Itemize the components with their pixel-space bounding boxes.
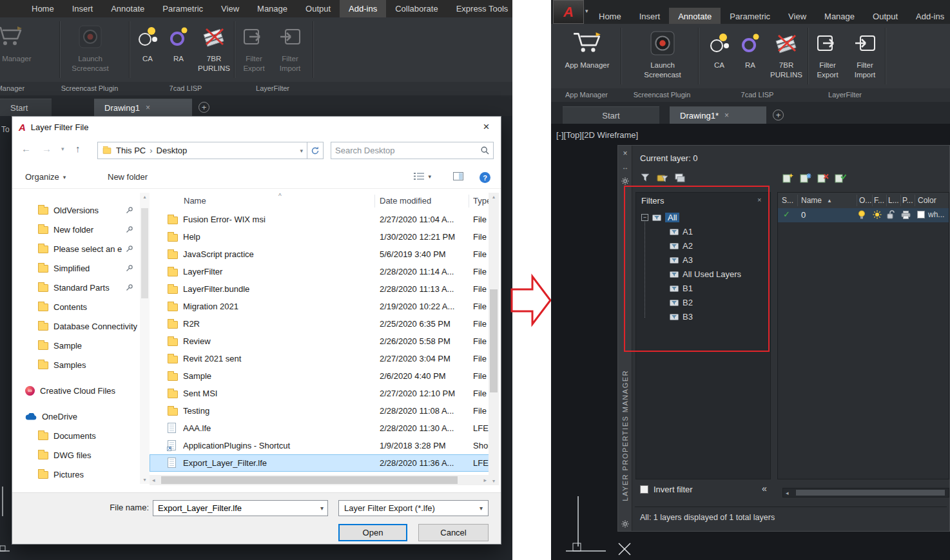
history-dropdown-icon[interactable]: ▾ bbox=[61, 146, 64, 152]
tree-item-all[interactable]: − All bbox=[641, 211, 679, 224]
ribbon-tab-parametric[interactable]: Parametric bbox=[721, 8, 779, 24]
launch-screencast-button[interactable]: Launch Screencast bbox=[66, 21, 114, 73]
file-row[interactable]: AAA.lfe2/28/2020 11:30 A...LFE File bbox=[150, 420, 489, 437]
column-on[interactable]: O... bbox=[859, 196, 871, 205]
file-row[interactable]: Sample2/6/2020 4:40 PMFile folder bbox=[150, 367, 489, 385]
palette-close-button[interactable]: × bbox=[618, 148, 632, 159]
printer-plot-icon[interactable] bbox=[901, 211, 911, 219]
palette-settings-gear-icon[interactable] bbox=[618, 518, 632, 530]
color-swatch[interactable] bbox=[917, 211, 925, 218]
ca-button[interactable]: CA bbox=[133, 21, 162, 64]
up-button[interactable]: ↑ bbox=[75, 143, 81, 154]
scroll-left-icon[interactable]: ◂ bbox=[152, 477, 155, 483]
ribbon-tab-express-tools[interactable]: Express Tools bbox=[447, 0, 512, 17]
column-separator[interactable] bbox=[374, 195, 375, 208]
palette-properties-gear-icon[interactable] bbox=[618, 175, 632, 187]
column-freeze[interactable]: F... bbox=[874, 196, 884, 205]
file-row[interactable]: Testing2/28/2020 11:08 A...File folder bbox=[150, 402, 489, 420]
column-status[interactable]: S... bbox=[782, 196, 793, 205]
ribbon-tab-output[interactable]: Output bbox=[296, 0, 340, 17]
sidebar-item-dwg-files[interactable]: DWG files bbox=[12, 447, 140, 463]
ribbon-tab-insert[interactable]: Insert bbox=[63, 0, 102, 17]
sidebar-item-please-select[interactable]: Please select an e bbox=[12, 240, 140, 257]
tree-item-b1[interactable]: B1 bbox=[670, 282, 693, 294]
file-row[interactable]: ApplicationPlugins - Shortcut1/9/2018 3:… bbox=[150, 437, 489, 454]
new-folder-button[interactable]: New folder bbox=[108, 172, 148, 182]
scroll-right-icon[interactable]: ▸ bbox=[483, 477, 487, 483]
tree-item-all-used-layers[interactable]: All Used Layers bbox=[670, 267, 741, 280]
layer-states-manager-icon[interactable] bbox=[674, 173, 686, 183]
address-dropdown-icon[interactable]: ▾ bbox=[300, 148, 303, 154]
collapse-node-icon[interactable]: − bbox=[641, 214, 648, 221]
column-color[interactable]: Color bbox=[918, 196, 936, 205]
sidebar-item-contents[interactable]: Contents bbox=[12, 298, 140, 315]
sidebar-item-new-folder[interactable]: New folder bbox=[12, 221, 140, 238]
forward-button[interactable]: → bbox=[42, 143, 52, 154]
file-row[interactable]: Migration 20212/19/2020 10:22 A...File f… bbox=[150, 298, 489, 315]
file-name-input[interactable] bbox=[153, 501, 327, 516]
tree-item-b3[interactable]: B3 bbox=[670, 310, 693, 323]
set-current-layer-icon[interactable] bbox=[835, 173, 846, 183]
app-manager-button[interactable]: App Manager bbox=[0, 21, 35, 64]
back-button[interactable]: ← bbox=[21, 143, 31, 154]
scroll-up-icon[interactable]: ▴ bbox=[140, 194, 150, 200]
scrollbar-thumb[interactable] bbox=[490, 289, 498, 392]
filter-import-button[interactable]: Filter Import bbox=[846, 27, 884, 80]
layer-name[interactable]: 0 bbox=[801, 210, 806, 220]
address-bar[interactable]: This PC › Desktop ▾ bbox=[97, 142, 307, 159]
ca-button[interactable]: CA bbox=[704, 27, 734, 70]
ra-button[interactable]: RA bbox=[164, 21, 193, 64]
open-button[interactable]: Open bbox=[338, 524, 407, 541]
tree-item-a3[interactable]: A3 bbox=[670, 253, 693, 266]
file-row[interactable]: R2R2/25/2020 6:35 PMFile folder bbox=[150, 315, 489, 333]
sidebar-item-onedrive[interactable]: OneDrive bbox=[12, 408, 140, 425]
panel-label-screencast[interactable]: Screencast Plugin bbox=[634, 91, 691, 99]
layer-list-scrollbar[interactable]: ◂ bbox=[782, 488, 949, 497]
layer-row-0[interactable]: ✓ 0 wh... bbox=[778, 208, 949, 222]
search-box[interactable] bbox=[331, 142, 494, 159]
panel-label-7cad-lisp[interactable]: 7cad LISP bbox=[170, 84, 202, 92]
combo-dropdown-icon[interactable]: ▾ bbox=[320, 505, 324, 512]
list-vertical-scrollbar[interactable]: ▴ ▾ bbox=[489, 193, 499, 485]
filter-import-button[interactable]: Filter Import bbox=[272, 21, 308, 73]
panel-label-7cad-lisp[interactable]: 7cad LISP bbox=[741, 91, 774, 99]
sidebar-item-simplified[interactable]: Simplified bbox=[12, 260, 140, 276]
refresh-button[interactable] bbox=[307, 142, 324, 159]
panel-label-layerfilter[interactable]: LayerFilter bbox=[256, 84, 289, 92]
sidebar-item-documents[interactable]: Documents bbox=[12, 427, 140, 444]
file-row-selected[interactable]: Export_Layer_Filter.lfe2/28/2020 11:36 A… bbox=[150, 454, 489, 472]
breadcrumb-desktop[interactable]: Desktop bbox=[157, 146, 188, 155]
unlock-icon[interactable] bbox=[887, 210, 895, 220]
tree-item-a1[interactable]: A1 bbox=[670, 225, 693, 238]
ribbon-tab-output[interactable]: Output bbox=[864, 8, 907, 24]
dialog-title-bar[interactable]: A Layer Filter File bbox=[12, 117, 501, 137]
sidebar-item-oldversions[interactable]: OldVersions bbox=[12, 202, 140, 218]
organize-menu[interactable]: Organize ▾ bbox=[25, 172, 66, 182]
file-row[interactable]: LayerFilter2/28/2020 11:14 A...File fold… bbox=[150, 263, 489, 280]
column-name[interactable]: Name bbox=[801, 196, 822, 205]
sidebar-item-creative-cloud[interactable]: ∞Creative Cloud Files bbox=[12, 382, 140, 399]
scroll-down-icon[interactable]: ▾ bbox=[489, 478, 499, 484]
search-input[interactable] bbox=[335, 146, 481, 155]
column-plot[interactable]: P... bbox=[902, 196, 913, 205]
new-layer-frozen-icon[interactable] bbox=[800, 173, 811, 183]
new-property-filter-icon[interactable] bbox=[640, 173, 651, 183]
tree-item-a2[interactable]: A2 bbox=[670, 239, 693, 252]
ribbon-tab-annotate[interactable]: Annotate bbox=[669, 8, 721, 24]
ribbon-tab-collaborate[interactable]: Collaborate bbox=[386, 0, 447, 17]
cancel-button[interactable]: Cancel bbox=[418, 524, 489, 541]
app-menu-dropdown-icon[interactable]: ▾ bbox=[585, 8, 588, 14]
column-separator[interactable] bbox=[469, 195, 469, 208]
scroll-up-icon[interactable]: ▴ bbox=[489, 194, 499, 200]
sidebar-item-standard-parts[interactable]: Standard Parts bbox=[12, 279, 140, 296]
column-lock[interactable]: L... bbox=[888, 196, 899, 205]
filters-close-icon[interactable]: × bbox=[757, 196, 761, 204]
sidebar-item-database-connectivity[interactable]: Database Connectivity bbox=[12, 318, 140, 334]
sidebar-item-sample[interactable]: Sample bbox=[12, 337, 140, 354]
bulb-on-icon[interactable] bbox=[858, 210, 866, 220]
file-row[interactable]: LayerFilter.bundle2/28/2020 11:13 A...Fi… bbox=[150, 280, 489, 298]
column-header-name[interactable]: Name bbox=[184, 196, 206, 206]
file-row[interactable]: Review2/26/2020 5:58 PMFile folder bbox=[150, 333, 489, 350]
collapse-filters-icon[interactable]: « bbox=[762, 483, 767, 494]
file-tab-close-icon[interactable]: × bbox=[724, 111, 729, 120]
